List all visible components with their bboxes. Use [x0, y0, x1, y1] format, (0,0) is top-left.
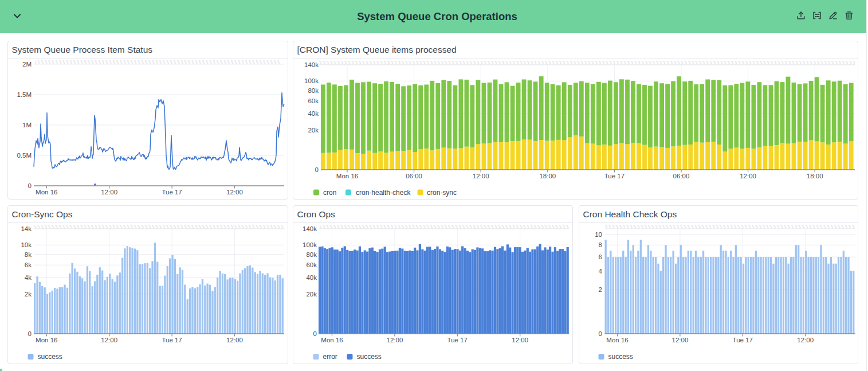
svg-text:12:00: 12:00: [512, 337, 528, 343]
svg-text:80k: 80k: [306, 251, 317, 257]
svg-text:12:00: 12:00: [386, 337, 403, 343]
svg-text:Mon 16: Mon 16: [36, 337, 57, 343]
svg-text:20k: 20k: [308, 126, 319, 133]
svg-text:4: 4: [598, 267, 602, 274]
svg-text:140k: 140k: [304, 61, 319, 68]
svg-text:12:00: 12:00: [226, 189, 243, 196]
svg-text:1M: 1M: [22, 122, 32, 128]
svg-text:12:00: 12:00: [797, 337, 814, 343]
svg-text:8k: 8k: [24, 251, 31, 257]
svg-text:Mon 16: Mon 16: [36, 189, 57, 196]
svg-text:12:00: 12:00: [472, 173, 489, 179]
svg-text:06:00: 06:00: [406, 173, 422, 179]
svg-text:18:00: 18:00: [806, 173, 823, 179]
svg-text:Mon 16: Mon 16: [321, 337, 343, 343]
svg-text:14k: 14k: [21, 225, 32, 232]
svg-text:40k: 40k: [308, 110, 319, 117]
svg-text:2: 2: [598, 286, 602, 292]
svg-text:0: 0: [28, 330, 31, 337]
svg-text:12:00: 12:00: [740, 173, 756, 179]
svg-text:100k: 100k: [304, 77, 319, 84]
svg-text:12:00: 12:00: [101, 337, 117, 343]
svg-text:Tue 17: Tue 17: [447, 337, 467, 343]
svg-text:4k: 4k: [24, 274, 31, 281]
svg-text:Tue 17: Tue 17: [162, 337, 182, 343]
svg-text:success: success: [37, 353, 62, 361]
svg-text:2k: 2k: [24, 290, 31, 297]
svg-text:60k: 60k: [306, 261, 317, 268]
svg-text:Mon 16: Mon 16: [336, 173, 358, 179]
svg-text:1.5M: 1.5M: [17, 91, 32, 98]
svg-text:0: 0: [313, 330, 316, 337]
svg-text:cron-sync: cron-sync: [427, 188, 457, 196]
svg-text:06:00: 06:00: [673, 173, 689, 179]
svg-text:Tue 17: Tue 17: [732, 337, 752, 343]
svg-text:100k: 100k: [303, 241, 317, 248]
svg-text:10k: 10k: [21, 241, 32, 248]
svg-text:140k: 140k: [303, 225, 317, 232]
svg-text:0: 0: [598, 330, 602, 337]
svg-text:cron: cron: [323, 188, 336, 196]
svg-text:20k: 20k: [306, 290, 317, 297]
svg-text:6k: 6k: [24, 261, 31, 268]
svg-text:success: success: [608, 353, 633, 361]
svg-text:6: 6: [598, 253, 602, 260]
svg-text:18:00: 18:00: [539, 173, 556, 179]
svg-text:40k: 40k: [306, 274, 317, 281]
svg-text:Tue 17: Tue 17: [162, 189, 182, 196]
svg-text:10: 10: [595, 231, 602, 238]
svg-text:0.5M: 0.5M: [17, 152, 32, 159]
svg-text:60k: 60k: [308, 97, 319, 104]
svg-text:2M: 2M: [22, 61, 32, 68]
svg-text:8: 8: [598, 241, 602, 248]
svg-text:Mon 16: Mon 16: [606, 337, 628, 343]
svg-text:cron-health-check: cron-health-check: [356, 188, 411, 196]
svg-text:success: success: [356, 353, 381, 361]
svg-text:12:00: 12:00: [101, 189, 117, 196]
svg-text:0: 0: [315, 166, 318, 173]
svg-text:Tue 17: Tue 17: [604, 173, 624, 179]
svg-text:80k: 80k: [308, 87, 319, 93]
svg-text:12:00: 12:00: [226, 337, 243, 343]
svg-text:0: 0: [28, 182, 31, 189]
svg-text:12:00: 12:00: [671, 337, 688, 343]
svg-text:error: error: [323, 353, 337, 361]
